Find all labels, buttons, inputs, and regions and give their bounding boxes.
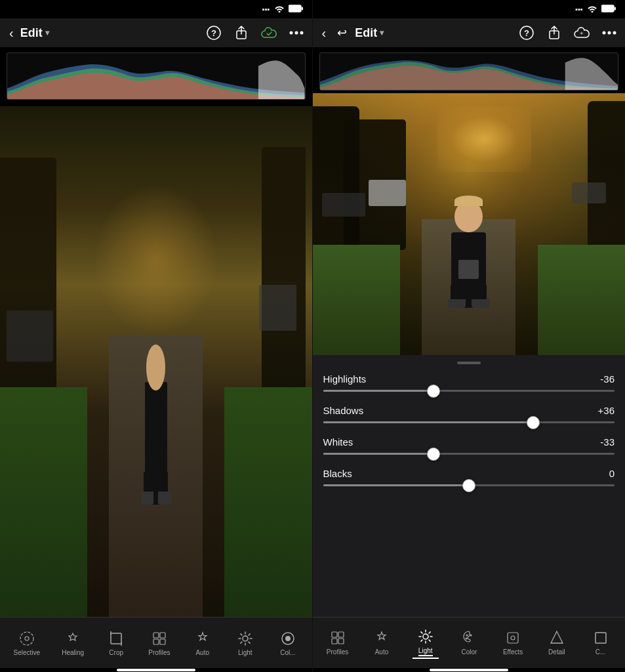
more-button-left[interactable] [287,24,306,42]
svg-point-8 [20,632,33,645]
svg-rect-1 [302,7,303,10]
svg-rect-37 [332,632,337,637]
whites-track[interactable] [323,453,615,455]
histogram-right [313,47,626,93]
svg-rect-40 [338,639,344,644]
drag-handle[interactable] [323,355,615,373]
svg-point-36 [613,32,616,35]
edit-caret-right: ▾ [380,28,384,37]
svg-line-48 [429,632,430,633]
svg-line-47 [429,640,430,641]
light-icon-right [417,628,434,645]
auto-label-right: Auto [375,648,389,656]
shadows-label: Shadows [323,405,364,416]
svg-text:+: + [580,30,583,37]
svg-rect-29 [615,7,616,10]
share-button-right[interactable] [545,24,563,42]
sliders-panel: Highlights -36 Shadows +36 Whites -3 [313,355,626,617]
svg-rect-14 [160,633,165,638]
nav-color-right[interactable]: Color [454,627,483,658]
svg-line-49 [421,640,422,641]
nav-detail-right[interactable]: Detail [542,627,571,658]
svg-point-52 [466,637,468,639]
edit-menu-right[interactable]: Edit ▾ [355,26,384,40]
svg-text:?: ? [211,28,216,38]
nav-light-right[interactable]: Light [411,625,440,659]
svg-point-9 [25,637,29,640]
svg-line-46 [421,632,422,633]
back-button-right[interactable]: ‹ [319,23,329,43]
more-button-right[interactable] [600,24,618,42]
edit-caret-left: ▾ [45,28,49,37]
battery-icon-left [289,5,303,14]
effects-icon-right [504,629,521,646]
back-button-left[interactable]: ‹ [7,23,16,43]
left-panel: ▪▪▪ ‹ Edit ▾ ? [0,0,313,672]
color-icon-right [460,629,477,646]
nav-effects-right[interactable]: Effects [498,627,527,658]
svg-point-51 [470,634,472,636]
nav-auto-right[interactable]: Auto [367,627,396,658]
nav-color-left[interactable]: Col... [273,627,302,659]
highlights-row: Highlights -36 [323,373,615,392]
effects-label-right: Effects [503,648,523,656]
help-button-left[interactable]: ? [205,24,223,42]
photo-left [0,106,312,617]
whites-label: Whites [323,436,353,448]
wifi-icon-right [587,5,597,14]
bottom-nav-left: Selective Healing Crop [0,617,312,668]
nav-crop-left[interactable]: Crop [102,627,131,659]
shadows-value: +36 [598,405,615,416]
healing-label-left: Healing [62,649,84,656]
status-bar-right: ▪▪▪ [313,0,626,18]
svg-point-5 [289,32,292,35]
svg-point-54 [511,636,515,640]
whites-row: Whites -33 [323,436,615,455]
crop-icon-left [108,630,125,647]
nav-light-left[interactable]: Light [231,627,260,659]
svg-text:?: ? [524,28,529,38]
photo-right [313,93,626,355]
signal-icon-left: ▪▪▪ [262,5,270,13]
light-label-left: Light [238,649,252,656]
nav-profiles-right[interactable]: Profiles [323,627,352,658]
svg-point-35 [608,32,611,35]
share-button-left[interactable] [232,24,251,42]
cloud-button-left[interactable] [260,24,278,42]
nav-crop-right[interactable]: C... [586,627,615,658]
svg-point-41 [423,634,428,639]
status-bar-left: ▪▪▪ [0,0,312,18]
whites-value: -33 [600,436,615,448]
svg-line-24 [249,633,250,635]
photo-area-right [313,93,626,355]
svg-point-27 [285,636,291,641]
nav-profiles-left[interactable]: Profiles [144,627,174,659]
blacks-value: 0 [609,468,615,479]
svg-rect-55 [595,633,606,643]
toolbar-left: ‹ Edit ▾ ? [0,18,312,47]
crop-icon-right [592,629,609,646]
selective-label-left: Selective [14,649,41,656]
crop-label-left: Crop [109,649,123,656]
histogram-left [0,47,312,106]
edit-menu-left[interactable]: Edit ▾ [20,26,49,40]
detail-label-right: Detail [548,648,565,656]
blacks-track[interactable] [323,484,615,486]
shadows-row: Shadows +36 [323,405,615,423]
highlights-track[interactable] [323,390,615,392]
profiles-label-right: Profiles [327,648,348,656]
blacks-label: Blacks [323,468,352,479]
help-button-right[interactable]: ? [517,24,536,42]
home-indicator-right [313,668,626,672]
nav-auto-left[interactable]: Auto [188,627,217,659]
shadows-track[interactable] [323,421,615,423]
bottom-nav-right: Profiles Auto [313,617,626,668]
cloud-button-right[interactable]: + [573,24,591,42]
detail-icon-right [548,629,565,646]
svg-rect-15 [153,639,159,644]
highlights-label: Highlights [323,373,367,385]
undo-button-right[interactable]: ↩ [333,24,351,42]
nav-healing-left[interactable]: Healing [58,627,88,659]
nav-selective-left[interactable]: Selective [10,627,45,659]
svg-rect-16 [160,639,165,644]
